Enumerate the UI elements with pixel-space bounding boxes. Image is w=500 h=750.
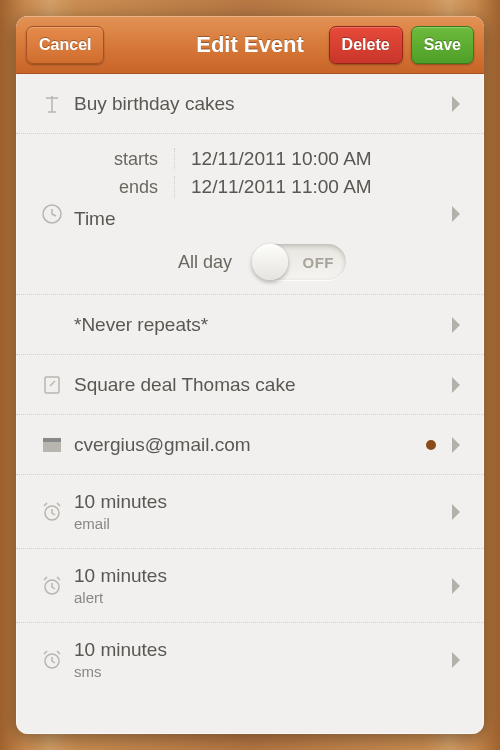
calendar-icon xyxy=(30,437,74,453)
reminder-row[interactable]: 10 minutes email xyxy=(16,475,484,549)
reminder-method: alert xyxy=(74,589,450,606)
time-row[interactable]: starts 12/11/2011 10:00 AM ends 12/11/20… xyxy=(16,134,484,295)
reminder-content: 10 minutes sms xyxy=(74,639,450,680)
reminder-time: 10 minutes xyxy=(74,491,450,513)
reminder-row[interactable]: 10 minutes sms xyxy=(16,623,484,696)
location-value: Square deal Thomas cake xyxy=(74,374,450,396)
repeat-value: *Never repeats* xyxy=(74,314,450,336)
cancel-button[interactable]: Cancel xyxy=(26,26,104,64)
clock-icon xyxy=(30,203,74,225)
allday-toggle[interactable]: OFF xyxy=(252,244,346,280)
location-row[interactable]: Square deal Thomas cake xyxy=(16,355,484,415)
chevron-icon xyxy=(450,375,470,395)
edit-event-panel: Cancel Edit Event Delete Save Buy birthd… xyxy=(16,16,484,734)
svg-rect-3 xyxy=(43,438,61,442)
event-title-row[interactable]: Buy birthday cakes xyxy=(16,74,484,134)
starts-label: starts xyxy=(74,149,174,170)
allday-label: All day xyxy=(178,252,232,273)
ends-label: ends xyxy=(74,177,174,198)
time-section-label: Time xyxy=(74,208,450,230)
header-bar: Cancel Edit Event Delete Save xyxy=(16,16,484,74)
alarm-icon xyxy=(30,649,74,671)
delete-button[interactable]: Delete xyxy=(329,26,403,64)
starts-value: 12/11/2011 10:00 AM xyxy=(174,148,372,170)
chevron-icon xyxy=(450,650,470,670)
chevron-icon xyxy=(450,576,470,596)
toggle-state: OFF xyxy=(303,254,335,271)
repeat-row[interactable]: *Never repeats* xyxy=(16,295,484,355)
time-content: starts 12/11/2011 10:00 AM ends 12/11/20… xyxy=(74,148,450,280)
chevron-icon xyxy=(450,435,470,455)
note-icon xyxy=(30,375,74,395)
reminder-content: 10 minutes alert xyxy=(74,565,450,606)
save-button[interactable]: Save xyxy=(411,26,474,64)
chevron-icon xyxy=(450,502,470,522)
calendar-value: cvergius@gmail.com xyxy=(74,434,426,456)
reminder-time: 10 minutes xyxy=(74,639,450,661)
event-title-text: Buy birthday cakes xyxy=(74,93,450,115)
toggle-knob xyxy=(252,244,288,280)
alarm-icon xyxy=(30,575,74,597)
ends-value: 12/11/2011 11:00 AM xyxy=(174,176,372,198)
reminder-method: sms xyxy=(74,663,450,680)
content-area: Buy birthday cakes starts 12/11/2011 10:… xyxy=(16,74,484,734)
calendar-row[interactable]: cvergius@gmail.com xyxy=(16,415,484,475)
calendar-color-dot xyxy=(426,440,436,450)
page-title: Edit Event xyxy=(196,32,304,58)
reminder-method: email xyxy=(74,515,450,532)
reminder-row[interactable]: 10 minutes alert xyxy=(16,549,484,623)
chevron-icon xyxy=(450,315,470,335)
alarm-icon xyxy=(30,501,74,523)
title-icon xyxy=(30,94,74,114)
reminder-time: 10 minutes xyxy=(74,565,450,587)
chevron-icon xyxy=(450,204,470,224)
chevron-icon xyxy=(450,94,470,114)
reminder-content: 10 minutes email xyxy=(74,491,450,532)
